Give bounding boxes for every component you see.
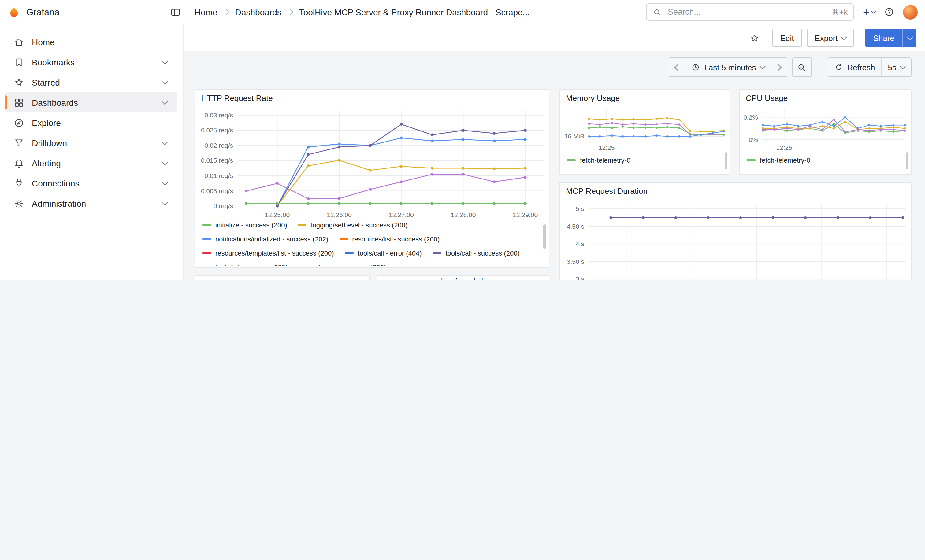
sidebar-item-drilldown[interactable]: Drilldown [5, 133, 177, 153]
help-button[interactable] [884, 7, 895, 17]
legend-item[interactable]: logging/setLevel - success (200) [298, 221, 408, 229]
chevron-right-icon [776, 64, 782, 70]
sidebar-item-connections[interactable]: Connections [5, 173, 177, 193]
chart-legend: fetch-telemetry-0 [747, 156, 904, 166]
zoom-out-icon [797, 63, 806, 72]
series-color-marker [339, 238, 348, 240]
breadcrumb-current: ToolHive MCP Server & Proxy Runner Dashb… [299, 7, 530, 17]
grafana-logo[interactable] [8, 5, 21, 19]
chevron-down-icon [907, 34, 913, 40]
search-box[interactable]: ⌘+k [646, 3, 854, 21]
clock-icon [691, 63, 700, 72]
add-menu-button[interactable]: + [863, 6, 875, 17]
svg-text:0.2%: 0.2% [743, 114, 758, 121]
breadcrumb-home[interactable]: Home [194, 7, 217, 17]
svg-text:0.015 req/s: 0.015 req/s [201, 157, 233, 164]
legend-item[interactable]: tools/call - error (404) [345, 249, 422, 257]
svg-text:4 s: 4 s [575, 240, 584, 247]
series-color-marker [433, 252, 441, 254]
sidebar-item-administration[interactable]: Administration [5, 193, 177, 213]
legend-item[interactable]: fetch-telemetry-0 [747, 156, 810, 164]
help-icon [884, 7, 895, 17]
sidebar-item-label: Dashboards [32, 98, 78, 107]
svg-text:0.005 req/s: 0.005 req/s [201, 188, 233, 194]
zoom-out-button[interactable] [792, 57, 812, 77]
series-color-marker [202, 252, 211, 254]
legend-scrollbar[interactable] [906, 152, 908, 169]
breadcrumb: Home Dashboards ToolHive MCP Server & Pr… [194, 7, 530, 17]
legend-item[interactable]: notifications/initialized - success (202… [202, 235, 328, 243]
share-menu-button[interactable] [902, 29, 916, 47]
legend-item[interactable]: tools/call - success (200) [433, 249, 520, 257]
chart-legend: initialize - success (200)logging/setLev… [202, 221, 538, 266]
sidebar-item-label: Administration [32, 198, 86, 208]
panel-memory-usage: Memory Usage 16 MiB12:25 fetch-telemetry… [559, 89, 731, 175]
legend-item[interactable]: fetch-telemetry-0 [567, 156, 630, 164]
header-actions: ⌘+k + [646, 3, 917, 21]
legend-item[interactable]: unknown - success (200) [298, 263, 386, 266]
legend-item[interactable]: initialize - success (200) [202, 221, 287, 229]
panel-mcp-request-duration: MCP Request Duration 5 s4.50 s4 s3.50 s3… [559, 182, 911, 280]
mega-menu-toggle[interactable] [168, 4, 184, 20]
bookmark-icon [14, 57, 24, 68]
chevron-down-icon [162, 179, 168, 185]
svg-text:0.025 req/s: 0.025 req/s [201, 126, 233, 134]
series-color-marker [345, 252, 354, 254]
search-input[interactable] [666, 7, 827, 17]
time-forward-button[interactable] [771, 58, 786, 77]
legend-item[interactable]: resources/templates/list - success (200) [202, 249, 334, 257]
svg-text:16 MiB: 16 MiB [564, 133, 584, 140]
chevron-down-icon [162, 199, 168, 206]
chart-legend: fetch-telemetry-0 [567, 156, 723, 166]
http-request-rate-chart[interactable]: 0.03 req/s0.025 req/s0.02 req/s0.015 req… [196, 107, 546, 219]
time-range-picker[interactable]: Last 5 minutes [685, 58, 771, 77]
panel-title: Error Rate [384, 279, 420, 280]
legend-item[interactable]: resources/list - success (200) [339, 235, 440, 243]
refresh-button[interactable]: Refresh [828, 58, 881, 77]
user-avatar[interactable] [903, 5, 917, 19]
grid-icon [14, 97, 24, 108]
refresh-group: Refresh 5s [827, 57, 911, 77]
search-icon [653, 8, 661, 16]
svg-text:0.03 req/s: 0.03 req/s [205, 111, 233, 119]
top-header: Grafana Home Dashboards ToolHive MCP Ser… [0, 0, 925, 24]
svg-text:12:26:00: 12:26:00 [327, 211, 352, 218]
sidebar-item-bookmarks[interactable]: Bookmarks [5, 52, 177, 72]
panel-title: MCP Request Duration [566, 186, 648, 196]
chevron-down-icon [841, 34, 847, 40]
panel-title: Memory Usage [566, 93, 620, 103]
star-icon [14, 77, 24, 88]
gear-icon [14, 198, 24, 209]
breadcrumb-separator-icon [223, 9, 229, 15]
breadcrumb-dashboards[interactable]: Dashboards [235, 7, 282, 17]
memory-usage-chart[interactable]: 16 MiB12:25 [561, 106, 726, 152]
favorite-star-button[interactable] [750, 33, 760, 43]
mcp-request-duration-chart[interactable]: 5 s4.50 s4 s3.50 s3 s2.50 s12:25:0012:26… [561, 200, 908, 280]
legend-item[interactable]: tools/list - success (200) [202, 263, 288, 266]
share-split-button: Share [865, 29, 916, 47]
cpu-usage-chart[interactable]: 0.2%0%12:25 [741, 106, 907, 152]
svg-text:3 s: 3 s [575, 275, 584, 280]
legend-scrollbar[interactable] [725, 152, 728, 169]
series-color-marker [202, 238, 211, 240]
refresh-interval-picker[interactable]: 5s [881, 58, 911, 77]
svg-text:0.02 req/s: 0.02 req/s [205, 142, 233, 149]
panel-title: CPU Usage [746, 93, 788, 103]
legend-scrollbar[interactable] [543, 224, 546, 249]
sidebar-item-explore[interactable]: Explore [5, 113, 177, 133]
sidebar-item-dashboards[interactable]: Dashboards [5, 92, 177, 113]
time-back-button[interactable] [669, 58, 685, 77]
compass-icon [14, 117, 24, 128]
sidebar-item-starred[interactable]: Starred [5, 72, 177, 92]
chevron-down-icon [162, 139, 168, 145]
series-color-marker [298, 224, 307, 226]
share-button[interactable]: Share [865, 29, 902, 47]
panel-cpu-usage: CPU Usage 0.2%0%12:25 fetch-telemetry-0 [739, 89, 911, 175]
sidebar-item-alerting[interactable]: Alerting [5, 153, 177, 173]
export-menu-button[interactable]: Export [807, 29, 854, 47]
sidebar-item-label: Drilldown [32, 138, 67, 148]
sidebar-item-home[interactable]: Home [5, 32, 177, 52]
chevron-down-icon [162, 159, 168, 165]
plug-icon [14, 177, 24, 189]
edit-button[interactable]: Edit [772, 29, 802, 47]
